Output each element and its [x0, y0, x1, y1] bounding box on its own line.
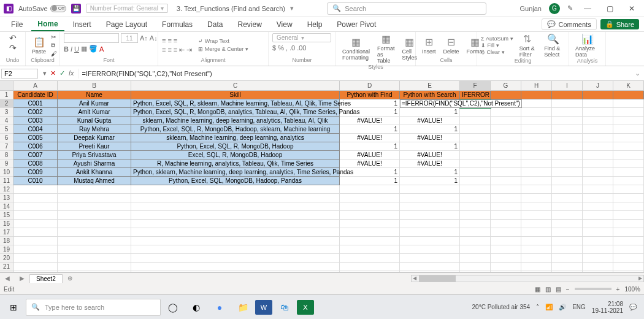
clear-button[interactable]: ◇ Clear ▾ — [481, 49, 513, 55]
word-icon[interactable]: W — [255, 300, 272, 315]
spreadsheet-grid[interactable]: A B C D E F G H I J K 1Candidate IDNameS… — [0, 81, 644, 272]
cell-J21[interactable] — [583, 263, 613, 271]
cell-D11[interactable]: 1 — [340, 177, 400, 185]
chrome-icon[interactable]: ● — [209, 298, 231, 317]
cell-C6[interactable]: sklearn, Machine learning, deep learning… — [131, 134, 340, 142]
cell-C12[interactable] — [131, 185, 340, 194]
cell-K11[interactable] — [613, 177, 644, 185]
cell-G10[interactable] — [491, 168, 521, 177]
cell-A6[interactable]: C005 — [13, 134, 58, 142]
cell-C19[interactable] — [131, 245, 340, 254]
cell-C13[interactable] — [131, 194, 340, 202]
cell-K1[interactable] — [613, 91, 644, 99]
cell-B14[interactable] — [58, 202, 131, 211]
cell-G11[interactable] — [491, 177, 521, 185]
row-header[interactable]: 13 — [0, 194, 13, 202]
align-center-icon[interactable]: ≡ — [167, 46, 171, 53]
cell-K10[interactable] — [613, 168, 644, 177]
cell-E3[interactable]: 1 — [400, 108, 460, 117]
cell-B11[interactable]: Mustaq Ahmed — [58, 177, 131, 185]
number-format-select[interactable]: General ▾ — [272, 33, 331, 42]
cell-B10[interactable]: Ankit Khanna — [58, 168, 131, 177]
cell-C1[interactable]: Skill — [131, 91, 340, 99]
cell-B16[interactable] — [58, 220, 131, 228]
cell-F6[interactable] — [460, 134, 491, 142]
cell-B18[interactable] — [58, 237, 131, 245]
cell-J13[interactable] — [583, 194, 613, 202]
col-header-g[interactable]: G — [491, 81, 521, 90]
cell-D17[interactable] — [340, 228, 400, 237]
cell-F20[interactable] — [460, 254, 491, 263]
sheet-nav-next[interactable]: ▶ — [15, 275, 29, 282]
tab-insert[interactable]: Insert — [67, 18, 98, 31]
cell-H13[interactable] — [521, 194, 552, 202]
cell-H8[interactable] — [521, 151, 552, 160]
insert-cells-button[interactable]: ⊞Insert — [420, 36, 439, 55]
cell-H3[interactable] — [521, 108, 552, 117]
cell-K13[interactable] — [613, 194, 644, 202]
cell-E14[interactable] — [400, 202, 460, 211]
cell-K3[interactable] — [613, 108, 644, 117]
cell-F14[interactable] — [460, 202, 491, 211]
cell-J22[interactable] — [583, 271, 613, 272]
sheet-nav-prev[interactable]: ◀ — [0, 275, 15, 282]
notifications-icon[interactable]: 💬 — [629, 304, 637, 310]
cell-J12[interactable] — [583, 185, 613, 194]
cell-C15[interactable] — [131, 211, 340, 220]
cell-J6[interactable] — [583, 134, 613, 142]
row-header[interactable]: 22 — [0, 271, 13, 272]
cell-D7[interactable]: 1 — [340, 142, 400, 151]
cell-B21[interactable] — [58, 263, 131, 271]
font-size-input[interactable] — [121, 33, 138, 43]
cell-K4[interactable] — [613, 117, 644, 125]
cell-J20[interactable] — [583, 254, 613, 263]
clock[interactable]: 21:08 19-11-2021 — [592, 301, 623, 314]
cell-D12[interactable] — [340, 185, 400, 194]
row-header[interactable]: 8 — [0, 151, 13, 160]
cell-C20[interactable] — [131, 254, 340, 263]
row-header[interactable]: 7 — [0, 142, 13, 151]
cell-A5[interactable]: C004 — [13, 125, 58, 134]
cell-A19[interactable] — [13, 245, 58, 254]
cell-E9[interactable]: #VALUE! — [400, 160, 460, 168]
cell-H15[interactable] — [521, 211, 552, 220]
explorer-icon[interactable]: 📁 — [232, 298, 254, 317]
row-header[interactable]: 2 — [0, 99, 13, 108]
cell-G14[interactable] — [491, 202, 521, 211]
cell-G9[interactable] — [491, 160, 521, 168]
cancel-formula-icon[interactable]: ✕ — [50, 69, 56, 77]
currency-icon[interactable]: $ — [272, 44, 276, 52]
cell-H16[interactable] — [521, 220, 552, 228]
cell-B13[interactable] — [58, 194, 131, 202]
find-select-button[interactable]: 🔍Find & Select — [542, 33, 565, 58]
tab-data[interactable]: Data — [201, 18, 229, 31]
cell-I4[interactable] — [552, 117, 583, 125]
cell-I15[interactable] — [552, 211, 583, 220]
wrap-text-button[interactable]: ⤶ Wrap Text — [198, 38, 248, 44]
cell-H22[interactable] — [521, 271, 552, 272]
tab-home[interactable]: Home — [31, 18, 64, 31]
cell-E19[interactable] — [400, 245, 460, 254]
tab-help[interactable]: Help — [301, 18, 329, 31]
cell-E22[interactable] — [400, 271, 460, 272]
namebox-dropdown-icon[interactable]: ▾ — [43, 69, 47, 77]
cell-B22[interactable] — [58, 271, 131, 272]
cell-A17[interactable] — [13, 228, 58, 237]
cell-H10[interactable] — [521, 168, 552, 177]
cell-K19[interactable] — [613, 245, 644, 254]
indent-decrease-icon[interactable]: ⇤ — [179, 46, 185, 54]
cell-E17[interactable] — [400, 228, 460, 237]
cell-J15[interactable] — [583, 211, 613, 220]
view-normal-icon[interactable]: ▦ — [535, 286, 540, 293]
comma-icon[interactable]: , — [286, 44, 288, 52]
cell-F12[interactable] — [460, 185, 491, 194]
language-indicator[interactable]: ENG — [572, 304, 586, 310]
italic-button[interactable]: I — [71, 45, 72, 53]
cell-F13[interactable] — [460, 194, 491, 202]
cell-D21[interactable] — [340, 263, 400, 271]
cell-C2[interactable]: Python, Excel, SQL, R, sklearn, Machine … — [131, 99, 340, 108]
cell-G6[interactable] — [491, 134, 521, 142]
select-all-corner[interactable] — [0, 81, 13, 90]
cell-I19[interactable] — [552, 245, 583, 254]
col-header-a[interactable]: A — [13, 81, 58, 90]
